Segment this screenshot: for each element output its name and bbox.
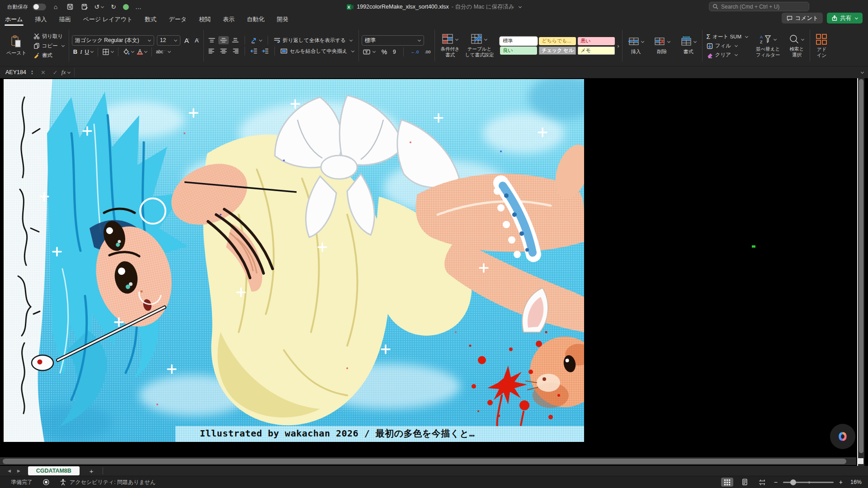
home-icon[interactable]: ⌂ xyxy=(51,2,61,11)
paste-button[interactable]: ペースト xyxy=(4,34,29,57)
increase-indent-button[interactable] xyxy=(260,47,270,55)
share-button[interactable]: 共有 xyxy=(827,13,863,23)
autosum-button[interactable]: Σ オート SUM xyxy=(705,33,750,41)
zoom-in-button[interactable]: + xyxy=(839,479,843,486)
find-select-button[interactable]: 検索と選択 xyxy=(786,33,807,58)
align-bottom-button[interactable] xyxy=(230,36,241,44)
grow-font-button[interactable]: Aˆ xyxy=(183,36,191,45)
tab-data[interactable]: データ xyxy=(168,14,187,24)
font-color-button[interactable]: A xyxy=(136,48,149,56)
tab-draw[interactable]: 描画 xyxy=(59,14,71,24)
insert-function-button[interactable]: fx xyxy=(61,69,66,76)
bold-button[interactable]: B xyxy=(72,47,79,56)
comma-format-button[interactable]: 9 xyxy=(392,48,397,56)
align-center-button[interactable] xyxy=(218,47,229,55)
zoom-slider[interactable] xyxy=(783,482,834,483)
horizontal-scrollbar-thumb[interactable] xyxy=(3,459,846,464)
gallery-more-button[interactable]: › xyxy=(617,42,619,49)
redo-icon[interactable]: ↻ xyxy=(108,2,118,11)
undo-icon[interactable]: ↺ xyxy=(94,2,104,11)
fill-button[interactable]: フィル xyxy=(705,42,750,50)
borders-button[interactable] xyxy=(101,47,115,56)
wrap-text-button[interactable]: 折り返して全体を表示する xyxy=(272,37,354,44)
delete-cells-button[interactable]: 削除 xyxy=(651,35,673,56)
format-cells-button[interactable]: 書式 xyxy=(678,35,699,56)
number-format-select[interactable]: 標準 xyxy=(362,35,424,46)
formula-bar-expand-icon[interactable] xyxy=(861,70,864,73)
cell-style-bad[interactable]: 悪い xyxy=(578,37,615,45)
italic-button[interactable]: I xyxy=(79,47,83,56)
name-box[interactable]: AEY184 xyxy=(5,69,31,75)
horizontal-scrollbar[interactable] xyxy=(0,457,856,465)
cell-style-normal[interactable]: 標準 xyxy=(500,37,537,45)
currency-format-button[interactable]: ¥ xyxy=(362,48,377,56)
cell-style-neutral[interactable]: どちらでも... xyxy=(539,37,576,45)
tab-view[interactable]: 表示 xyxy=(222,14,235,24)
orientation-button[interactable] xyxy=(249,36,264,44)
tab-automate[interactable]: 自動化 xyxy=(246,14,265,24)
vertical-scrollbar[interactable] xyxy=(857,78,864,466)
search-input[interactable] xyxy=(721,4,806,10)
tab-home[interactable]: ホーム xyxy=(5,14,24,24)
normal-view-button[interactable] xyxy=(721,478,733,487)
fill-color-button[interactable] xyxy=(121,47,136,56)
font-size-select[interactable]: 12 xyxy=(157,35,180,46)
spreadsheet-canvas[interactable]: Illustrated by wakachan 2026 / 最初の多色を今描く… xyxy=(0,78,868,466)
increase-decimal-button[interactable]: ←.0 xyxy=(410,48,420,55)
align-top-button[interactable] xyxy=(207,36,217,44)
sort-filter-button[interactable]: AZ 並べ替えとフィルター xyxy=(753,33,783,58)
tab-developer[interactable]: 開発 xyxy=(276,14,289,24)
zoom-slider-track[interactable] xyxy=(783,482,834,483)
search-box[interactable] xyxy=(709,2,809,11)
addins-button[interactable]: アドイン xyxy=(813,27,830,64)
align-left-button[interactable] xyxy=(207,47,217,55)
enter-icon[interactable]: ✓ xyxy=(53,69,58,76)
cancel-icon[interactable]: ✕ xyxy=(41,69,46,76)
page-layout-view-button[interactable] xyxy=(739,478,751,487)
format-painter-button[interactable]: 書式 xyxy=(32,52,66,59)
more-commands-icon[interactable]: … xyxy=(133,2,143,11)
underline-button[interactable]: U xyxy=(84,47,95,56)
zoom-level[interactable]: 16% xyxy=(848,479,862,485)
font-name-select[interactable]: 游ゴシック Regular (本文) xyxy=(72,35,154,46)
zoom-out-button[interactable]: − xyxy=(774,479,778,486)
copilot-button[interactable] xyxy=(830,424,855,449)
name-box-stepper[interactable]: ▲▼ xyxy=(31,70,33,75)
sheet-next-button[interactable]: ▶ xyxy=(15,469,23,473)
vertical-scrollbar-thumb[interactable] xyxy=(859,79,863,453)
cell-style-good[interactable]: 良い xyxy=(500,47,537,55)
sheet-tab-active[interactable]: CGDATAM8B xyxy=(28,466,80,475)
sheet-prev-button[interactable]: ◀ xyxy=(5,469,13,473)
decrease-indent-button[interactable] xyxy=(249,47,259,55)
add-sheet-button[interactable]: + xyxy=(85,467,98,475)
tab-insert[interactable]: 挿入 xyxy=(35,14,47,24)
autosave-toggle[interactable] xyxy=(33,4,46,10)
formula-input[interactable] xyxy=(74,68,857,77)
align-middle-button[interactable] xyxy=(218,36,229,44)
merge-center-button[interactable]: セルを結合して中央揃え xyxy=(279,47,356,55)
tab-formulas[interactable]: 数式 xyxy=(144,14,157,24)
copy-button[interactable]: コピー xyxy=(32,42,66,50)
phonetic-guide-button[interactable]: abcˈˈ xyxy=(155,48,172,55)
macro-record-icon[interactable] xyxy=(42,479,50,486)
save-icon[interactable] xyxy=(65,2,75,11)
page-break-view-button[interactable] xyxy=(756,478,769,487)
comments-button[interactable]: コメント xyxy=(782,13,823,23)
shrink-font-button[interactable]: Aˇ xyxy=(193,36,201,45)
cell-style-note[interactable]: メモ xyxy=(578,47,615,55)
percent-format-button[interactable]: % xyxy=(380,47,388,56)
zoom-slider-knob[interactable] xyxy=(790,479,796,485)
accessibility-status[interactable]: アクセシビリティ: 問題ありません xyxy=(60,479,156,486)
insert-cells-button[interactable]: 挿入 xyxy=(625,35,647,56)
conditional-formatting-button[interactable]: 条件付き書式 xyxy=(438,33,462,58)
align-right-button[interactable] xyxy=(230,47,241,55)
group-clipboard: ペースト 切り取り コピー 書式 xyxy=(4,27,66,64)
format-as-table-button[interactable]: テーブルとして書式設定 xyxy=(462,33,497,58)
decrease-decimal-button[interactable]: .00 xyxy=(423,48,432,55)
tab-page-layout[interactable]: ページ レイアウト xyxy=(83,14,133,24)
cell-style-check[interactable]: チェック セル xyxy=(539,47,576,55)
save-as-icon[interactable] xyxy=(80,2,90,11)
cut-button[interactable]: 切り取り xyxy=(32,33,66,40)
tab-review[interactable]: 校閲 xyxy=(198,14,211,24)
clear-button[interactable]: クリア xyxy=(705,51,750,59)
